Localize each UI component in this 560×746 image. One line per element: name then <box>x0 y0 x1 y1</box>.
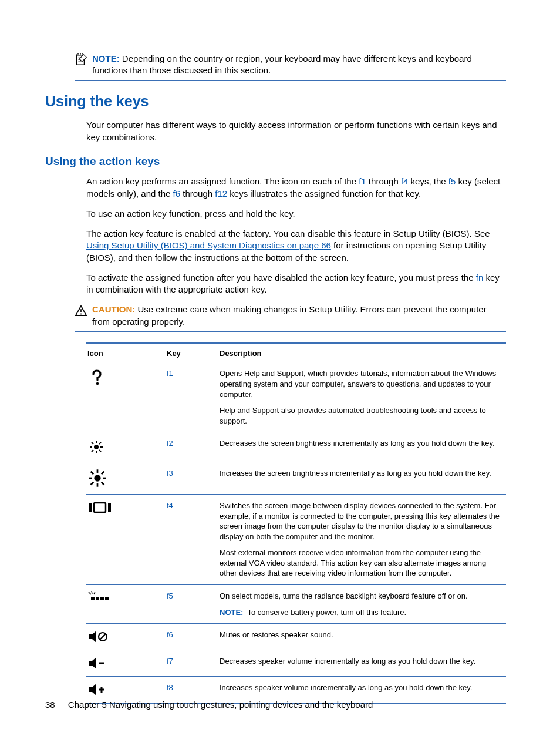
table-row: f3 Increases the screen brightness incre… <box>86 462 506 495</box>
svg-rect-25 <box>89 503 92 512</box>
svg-line-12 <box>92 442 93 444</box>
table-row: f5 On select models, turns the radiance … <box>86 585 506 624</box>
keyboard-backlight-icon <box>87 591 111 604</box>
volume-up-icon <box>87 683 107 697</box>
svg-line-29 <box>92 591 92 594</box>
help-icon <box>87 368 106 387</box>
svg-rect-32 <box>96 597 99 600</box>
svg-point-7 <box>94 445 99 449</box>
caution-text: Use extreme care when making changes in … <box>92 304 487 326</box>
cell-desc: Most external monitors receive video inf… <box>220 547 504 579</box>
page-footer: 38 Chapter 5 Navigating using touch gest… <box>45 699 373 711</box>
key-f5: f5 <box>448 176 456 186</box>
key-f12: f12 <box>215 189 227 199</box>
cell-key: f3 <box>167 468 220 488</box>
table-row: f7 Decreases speaker volume incrementall… <box>86 650 506 677</box>
svg-rect-26 <box>94 503 106 512</box>
cell-desc: Increases the screen brightness incremen… <box>220 468 504 479</box>
volume-down-icon <box>87 656 107 670</box>
cell-desc: On select models, turns the radiance bac… <box>220 591 504 601</box>
cell-key: f8 <box>167 683 220 697</box>
cell-key: f6 <box>167 630 220 644</box>
chapter-title: Chapter 5 Navigating using touch gesture… <box>68 700 373 710</box>
cell-key: f2 <box>167 438 220 456</box>
th-desc: Description <box>220 348 506 359</box>
svg-line-21 <box>91 472 94 475</box>
cell-desc: Decreases speaker volume incrementally a… <box>220 656 504 667</box>
cell-key: f5 <box>167 591 220 617</box>
th-key: Key <box>167 348 220 359</box>
note-callout: NOTE: Depending on the country or region… <box>75 53 506 81</box>
svg-rect-27 <box>108 503 111 512</box>
svg-point-16 <box>94 475 100 482</box>
caution-label: CAUTION: <box>92 304 135 314</box>
action-key-paragraph-1: An action key performs an assigned funct… <box>86 176 506 200</box>
table-row: f2 Decreases the screen brightness incre… <box>86 432 506 462</box>
caution-icon <box>75 304 87 317</box>
action-keys-table: Icon Key Description f1 Opens Help and S… <box>86 342 506 704</box>
svg-line-28 <box>89 592 91 594</box>
page-number: 38 <box>45 699 55 711</box>
table-header-row: Icon Key Description <box>86 344 506 363</box>
svg-rect-33 <box>100 597 104 600</box>
mute-icon <box>87 630 109 644</box>
caution-callout: CAUTION: Use extreme care when making ch… <box>75 304 506 332</box>
note-icon <box>75 53 87 66</box>
cell-key: f4 <box>167 500 220 579</box>
heading-using-keys: Using the keys <box>45 92 506 112</box>
heading-using-action-keys: Using the action keys <box>45 154 506 169</box>
svg-line-22 <box>102 482 104 485</box>
svg-rect-31 <box>91 597 95 600</box>
cell-desc: Help and Support also provides automated… <box>220 405 504 426</box>
cell-desc: Mutes or restores speaker sound. <box>220 630 504 640</box>
brightness-down-icon <box>87 438 105 456</box>
cell-desc: Decreases the screen brightness incremen… <box>220 438 504 449</box>
svg-line-15 <box>92 450 93 452</box>
link-setup-utility[interactable]: Using Setup Utility (BIOS) and System Di… <box>86 240 331 250</box>
table-row: f4 Switches the screen image between dis… <box>86 495 506 585</box>
svg-line-13 <box>99 450 101 452</box>
svg-line-14 <box>99 442 101 444</box>
svg-line-36 <box>100 634 106 640</box>
svg-point-5 <box>80 314 82 315</box>
note-label: NOTE: <box>92 53 120 63</box>
svg-point-6 <box>96 382 99 385</box>
cell-desc: Opens Help and Support, which provides t… <box>220 368 504 399</box>
table-row: f1 Opens Help and Support, which provide… <box>86 362 506 432</box>
cell-note: NOTE: To conserve battery power, turn of… <box>220 607 504 618</box>
svg-rect-34 <box>105 597 109 600</box>
cell-key: f7 <box>167 656 220 670</box>
cell-desc: Switches the screen image between displa… <box>220 500 504 542</box>
action-key-paragraph-3: The action key feature is enabled at the… <box>86 228 506 264</box>
key-f1: f1 <box>359 176 366 186</box>
svg-line-30 <box>94 592 95 594</box>
intro-paragraph: Your computer has different ways to quic… <box>86 119 506 143</box>
svg-line-24 <box>91 482 94 485</box>
svg-line-23 <box>102 472 104 475</box>
cell-desc: Increases speaker volume incrementally a… <box>220 683 504 693</box>
cell-key: f1 <box>167 368 220 426</box>
key-f4: f4 <box>401 176 409 186</box>
th-icon: Icon <box>86 348 167 359</box>
switch-display-icon <box>87 500 112 515</box>
key-f6: f6 <box>173 189 181 199</box>
table-row: f6 Mutes or restores speaker sound. <box>86 624 506 650</box>
key-fn: fn <box>476 273 484 283</box>
note-text: Depending on the country or region, your… <box>92 53 472 75</box>
brightness-up-icon <box>87 468 107 488</box>
action-key-paragraph-2: To use an action key function, press and… <box>86 208 506 220</box>
action-key-paragraph-4: To activate the assigned function after … <box>86 272 506 296</box>
